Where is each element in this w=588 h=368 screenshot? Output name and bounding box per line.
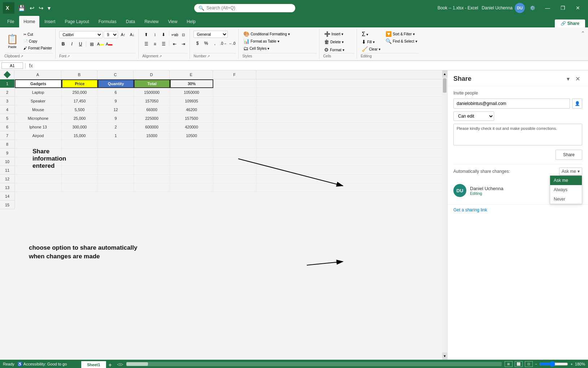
row-num-15[interactable]: 15 — [0, 201, 14, 209]
cell-e7[interactable]: 10500 — [170, 131, 213, 140]
minimize-button[interactable]: — — [540, 3, 555, 13]
underline-button[interactable]: U — [77, 40, 84, 48]
cell-f3[interactable] — [213, 97, 257, 105]
save-button[interactable]: 💾 — [17, 4, 27, 12]
page-break-view-button[interactable]: ⊡ — [525, 361, 533, 367]
cell-b12[interactable] — [62, 175, 98, 183]
col-header-f[interactable]: F — [213, 70, 256, 79]
cell-c2[interactable]: 6 — [98, 88, 134, 97]
cell-d6[interactable]: 600000 — [134, 123, 170, 131]
cell-e13[interactable] — [170, 183, 213, 192]
row-num-13[interactable]: 13 — [0, 183, 14, 192]
vertical-scrollbar[interactable]: ▲ ▼ — [442, 70, 447, 360]
font-size-select[interactable]: 9 — [104, 31, 118, 38]
paste-button[interactable]: 📋 Paste — [4, 32, 20, 50]
page-layout-view-button[interactable]: ⬜ — [515, 361, 523, 367]
close-button[interactable]: ✕ — [571, 3, 585, 13]
cell-f13[interactable] — [213, 183, 257, 192]
cell-f12[interactable] — [213, 175, 257, 183]
cell-c7[interactable]: 1 — [98, 131, 134, 140]
cell-c12[interactable] — [98, 175, 134, 183]
scroll-sheet-left-button[interactable]: ◁ — [117, 362, 120, 366]
insert-cells-button[interactable]: ➕ Insert ▾ — [323, 31, 354, 37]
people-icon[interactable]: 👤 — [572, 98, 582, 109]
increase-indent-button[interactable]: ⇥ — [179, 40, 187, 48]
cell-a13[interactable] — [15, 183, 62, 192]
row-num-8[interactable]: 8 — [0, 140, 14, 149]
align-center-button[interactable]: ≡ — [151, 40, 159, 48]
cell-d2[interactable]: 1500000 — [134, 88, 170, 97]
search-input[interactable] — [206, 5, 279, 10]
cell-f4[interactable] — [213, 105, 257, 114]
cell-f8[interactable] — [213, 140, 257, 149]
cell-f11[interactable] — [213, 166, 257, 175]
cell-d1[interactable]: Total — [134, 79, 170, 88]
cell-f1[interactable] — [213, 79, 257, 88]
share-tab-button[interactable]: 🔗Share — [555, 19, 585, 27]
cell-e11[interactable] — [170, 166, 213, 175]
cell-f5[interactable] — [213, 114, 257, 123]
scroll-down-button[interactable]: ▼ — [442, 352, 447, 360]
add-sheet-button[interactable]: + — [106, 362, 114, 368]
clear-button[interactable]: 🧹 Clear ▾ — [361, 46, 382, 52]
cell-a5[interactable]: Microphone — [15, 114, 62, 123]
format-cells-button[interactable]: ⚙ Cell Styles Format ▾ — [323, 47, 354, 53]
currency-button[interactable]: $ — [193, 39, 201, 47]
row-num-2[interactable]: 2 — [0, 88, 14, 97]
get-sharing-link[interactable]: Get a sharing link — [453, 207, 487, 213]
cell-e1[interactable]: 30% — [170, 79, 213, 88]
auto-share-trigger[interactable]: Ask me ▾ — [559, 167, 582, 175]
number-expand-icon[interactable]: ↗ — [207, 54, 210, 58]
cell-e8[interactable] — [170, 140, 213, 149]
user-avatar[interactable]: DU — [515, 3, 525, 13]
tab-formulas[interactable]: Formulas — [94, 16, 121, 27]
col-header-d[interactable]: D — [134, 70, 170, 79]
redo-button[interactable]: ↪ — [37, 4, 45, 12]
cell-f2[interactable] — [213, 88, 257, 97]
cell-c13[interactable] — [98, 183, 134, 192]
align-bottom-button[interactable]: ⬇ — [160, 31, 167, 39]
bold-button[interactable]: B — [59, 40, 67, 48]
cell-b11[interactable] — [62, 166, 98, 175]
cell-c6[interactable]: 2 — [98, 123, 134, 131]
cell-f7[interactable] — [213, 131, 257, 140]
cell-d12[interactable] — [134, 175, 170, 183]
cell-c5[interactable]: 9 — [98, 114, 134, 123]
cell-styles-dropdown-icon[interactable]: ▾ — [267, 47, 269, 51]
row-num-12[interactable]: 12 — [0, 175, 14, 183]
conditional-formatting-button[interactable]: 🎨 Conditional Formatting ▾ — [242, 31, 317, 37]
col-header-e[interactable]: E — [170, 70, 213, 79]
borders-button[interactable]: ⊞ — [88, 40, 96, 48]
row-num-7[interactable]: 7 — [0, 131, 14, 140]
tab-view[interactable]: View — [164, 16, 182, 27]
col-header-c[interactable]: C — [97, 70, 134, 79]
font-expand-icon[interactable]: ↗ — [67, 54, 70, 58]
wrap-text-button[interactable]: ↵ab — [171, 31, 179, 39]
cell-b6[interactable]: 300,000 — [62, 123, 98, 131]
row-num-11[interactable]: 11 — [0, 166, 14, 175]
alignment-expand-icon[interactable]: ↗ — [159, 54, 162, 58]
number-format-select[interactable]: General — [193, 31, 228, 38]
tab-file[interactable]: File — [3, 16, 18, 27]
cell-a11[interactable] — [15, 166, 62, 175]
cell-a7[interactable]: Airpod — [15, 131, 62, 140]
horizontal-scrollbar[interactable] — [126, 362, 502, 366]
conditional-formatting-dropdown-icon[interactable]: ▾ — [288, 32, 290, 36]
row-num-6[interactable]: 6 — [0, 123, 14, 131]
cell-d4[interactable]: 66000 — [134, 105, 170, 114]
ribbon-display-button[interactable]: ⚙️ — [528, 5, 537, 11]
copy-button[interactable]: 📄Copy — [22, 38, 54, 44]
delete-cells-button[interactable]: 🗑 Delete ▾ — [323, 39, 354, 45]
align-middle-button[interactable]: ↕ — [151, 31, 159, 39]
cell-b1[interactable]: Price — [62, 79, 98, 88]
share-panel-close-button[interactable]: ✕ — [573, 75, 582, 83]
autosum-button[interactable]: Σ ▾ — [361, 31, 382, 38]
cell-d5[interactable]: 225000 — [134, 114, 170, 123]
cell-b7[interactable]: 15,000 — [62, 131, 98, 140]
auto-option-never[interactable]: Never — [550, 194, 582, 204]
cell-b4[interactable]: 5,500 — [62, 105, 98, 114]
customize-qa-button[interactable]: ▾ — [46, 4, 52, 12]
auto-option-always[interactable]: Always — [550, 185, 582, 194]
cell-c10[interactable] — [98, 157, 134, 166]
row-num-4[interactable]: 4 — [0, 105, 14, 114]
